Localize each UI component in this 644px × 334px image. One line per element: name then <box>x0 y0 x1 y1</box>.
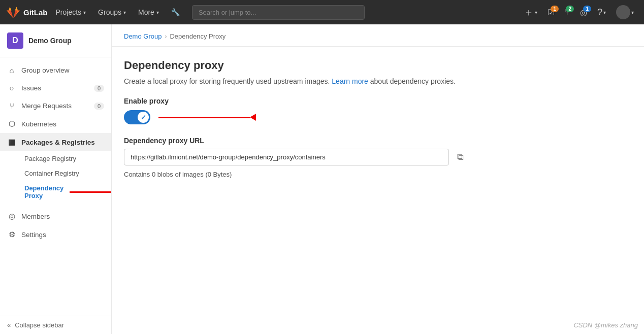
copy-url-button[interactable]: ⧉ <box>453 150 468 164</box>
breadcrumb: Demo Group › Dependency Proxy <box>112 24 644 47</box>
sidebar-item-packages[interactable]: ▦ Packages & Registries <box>0 133 111 151</box>
copy-icon: ⧉ <box>457 152 464 162</box>
merge-count: 0 <box>94 103 104 110</box>
top-navigation: GitLab Projects ▾ Groups ▾ More ▾ 🔧 ＋ ▾ … <box>0 0 644 24</box>
packages-icon: ▦ <box>7 138 16 147</box>
sidebar-item-label: Group overview <box>21 66 70 74</box>
issues-btn[interactable]: ◎ 1 <box>576 6 591 19</box>
content-area: Dependency proxy Create a local proxy fo… <box>112 47 644 190</box>
breadcrumb-separator: › <box>165 33 167 40</box>
gitlab-logo[interactable]: GitLab <box>6 5 48 19</box>
container-registry-label: Container Registry <box>24 170 79 177</box>
page-description: Create a local proxy for storing frequen… <box>124 76 632 87</box>
brand-name: GitLab <box>23 8 48 17</box>
plus-chevron: ▾ <box>535 10 537 15</box>
sidebar: D Demo Group ⌂ Group overview ○ Issues 0… <box>0 24 112 334</box>
wrench-nav[interactable]: 🔧 <box>167 6 184 18</box>
url-section: Dependency proxy URL ⧉ Contains 0 blobs … <box>124 137 632 178</box>
sidebar-header: D Demo Group <box>0 24 111 57</box>
search-bar[interactable] <box>192 5 365 20</box>
help-btn[interactable]: ? ▾ <box>593 5 610 20</box>
sidebar-nav: ⌂ Group overview ○ Issues 0 ⑂ Merge Requ… <box>0 57 111 316</box>
toggle-arrow-annotation <box>158 114 256 121</box>
sidebar-arrow-annotation <box>70 188 112 195</box>
merge-badge: 2 <box>566 6 574 12</box>
issues-badge: 1 <box>583 6 591 12</box>
sidebar-item-container-registry[interactable]: Container Registry <box>21 166 111 181</box>
groups-nav[interactable]: Groups ▾ <box>94 6 130 18</box>
kubernetes-icon: ⬡ <box>7 119 16 128</box>
help-chevron: ▾ <box>603 10 606 15</box>
toggle-track: ✓ <box>124 110 150 124</box>
collapse-label: Collapse sidebar <box>15 321 64 329</box>
sidebar-item-settings[interactable]: ⚙ Settings <box>0 225 111 244</box>
enable-proxy-toggle[interactable]: ✓ <box>124 110 150 124</box>
sidebar-item-label: Issues <box>21 84 41 92</box>
toggle-row: ✓ <box>124 110 632 124</box>
learn-more-link[interactable]: Learn more <box>332 77 368 85</box>
sidebar-item-package-registry[interactable]: Package Registry <box>21 151 111 166</box>
sidebar-item-label: Merge Requests <box>21 102 72 110</box>
projects-chevron: ▾ <box>83 10 86 15</box>
blob-info: Contains 0 blobs of images (0 Bytes) <box>124 171 632 178</box>
breadcrumb-parent[interactable]: Demo Group <box>124 32 162 40</box>
nav-icons-group: ＋ ▾ ☑ 1 ⑂ 2 ◎ 1 ? ▾ ▾ <box>520 3 638 21</box>
search-input[interactable] <box>192 5 365 20</box>
more-chevron: ▾ <box>156 10 159 15</box>
group-avatar: D <box>7 32 23 49</box>
sidebar-item-label: Kubernetes <box>21 120 56 128</box>
arrow-line <box>70 191 112 193</box>
proxy-url-label: Dependency proxy URL <box>124 137 632 145</box>
help-icon: ? <box>597 7 602 18</box>
groups-chevron: ▾ <box>123 10 126 15</box>
sidebar-item-dependency-proxy[interactable]: Dependency Proxy <box>21 181 111 203</box>
enable-proxy-label: Enable proxy <box>124 97 632 105</box>
more-nav[interactable]: More ▾ <box>134 6 163 18</box>
user-avatar-btn[interactable]: ▾ <box>612 3 638 21</box>
sidebar-item-members[interactable]: ◎ Members <box>0 207 111 225</box>
sidebar-item-issues[interactable]: ○ Issues 0 <box>0 79 111 97</box>
toggle-arrow-head <box>250 114 256 121</box>
toggle-thumb: ✓ <box>138 112 149 123</box>
proxy-url-input[interactable] <box>124 149 449 165</box>
plus-icon-btn[interactable]: ＋ ▾ <box>520 4 541 21</box>
sidebar-item-kubernetes[interactable]: ⬡ Kubernetes <box>0 115 111 133</box>
collapse-chevron-icon: « <box>7 321 11 329</box>
page-title: Dependency proxy <box>124 59 632 72</box>
sidebar-item-label: Packages & Registries <box>21 139 95 146</box>
toggle-check-icon: ✓ <box>141 114 146 121</box>
packages-sub-section: Package Registry Container Registry Depe… <box>0 151 111 203</box>
projects-nav[interactable]: Projects ▾ <box>52 6 90 18</box>
merge-request-btn[interactable]: ⑂ 2 <box>561 6 574 19</box>
wrench-icon: 🔧 <box>171 8 180 16</box>
merge-sidebar-icon: ⑂ <box>7 102 16 110</box>
watermark: CSDN @mikes zhang <box>573 321 638 329</box>
breadcrumb-current: Dependency Proxy <box>170 32 226 40</box>
home-icon: ⌂ <box>7 66 16 75</box>
collapse-sidebar-btn[interactable]: « Collapse sidebar <box>0 316 111 334</box>
sidebar-item-group-overview[interactable]: ⌂ Group overview <box>0 61 111 79</box>
group-name: Demo Group <box>28 37 72 45</box>
sidebar-item-merge-requests[interactable]: ⑂ Merge Requests 0 <box>0 97 111 115</box>
avatar-chevron: ▾ <box>631 10 634 15</box>
package-registry-label: Package Registry <box>24 155 76 162</box>
issues-count: 0 <box>94 85 104 92</box>
url-input-row: ⧉ <box>124 149 632 165</box>
main-layout: D Demo Group ⌂ Group overview ○ Issues 0… <box>0 24 644 334</box>
main-content: Demo Group › Dependency Proxy Dependency… <box>112 24 644 334</box>
description-before: Create a local proxy for storing frequen… <box>124 77 330 85</box>
gitlab-logo-svg <box>6 5 20 19</box>
toggle-arrow-line <box>158 117 250 118</box>
members-icon: ◎ <box>7 212 16 221</box>
sidebar-item-label: Settings <box>21 231 46 239</box>
dependency-proxy-label: Dependency Proxy <box>24 184 63 199</box>
avatar <box>616 5 630 19</box>
description-after: about dependency proxies. <box>370 77 456 85</box>
todo-badge: 1 <box>551 6 559 12</box>
todo-btn[interactable]: ☑ 1 <box>543 6 559 19</box>
sidebar-item-label: Members <box>21 213 50 220</box>
settings-icon: ⚙ <box>7 230 16 239</box>
issues-sidebar-icon: ○ <box>7 84 16 92</box>
